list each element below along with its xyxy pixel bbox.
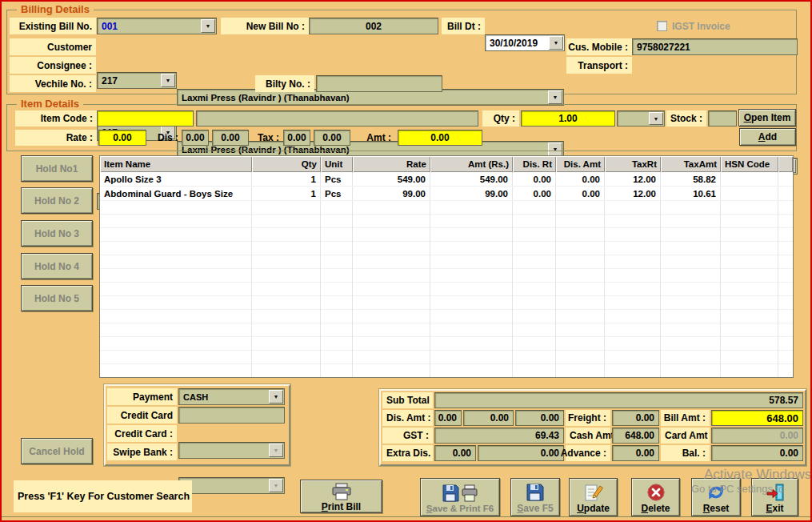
- items-table-header: Item Name Qty Unit Rate Amt (Rs.) Dis. R…: [100, 156, 793, 172]
- add-button[interactable]: Add: [739, 128, 796, 146]
- tax-rate-field[interactable]: 0.00: [283, 130, 310, 146]
- chevron-down-icon[interactable]: ▼: [549, 36, 563, 50]
- chevron-down-icon[interactable]: ▼: [269, 390, 283, 404]
- customer-name: Laxmi Press (Ravindr ) (Thanabhavan): [182, 93, 350, 102]
- qty-input[interactable]: 1.00: [521, 110, 615, 126]
- igst-invoice-label: IGST Invoice: [672, 18, 730, 34]
- tax-label: Tax :: [252, 130, 282, 146]
- chevron-down-icon[interactable]: ▼: [201, 19, 215, 33]
- balance-label: Bal. :: [661, 445, 710, 461]
- dis-amt-field-2[interactable]: 0.00: [463, 410, 514, 426]
- exit-button[interactable]: Exit: [751, 478, 798, 516]
- hold-no2-button[interactable]: Hold No 2: [21, 187, 93, 214]
- balance-field: 0.00: [711, 445, 803, 461]
- cash-amt-label: Cash Amt: [566, 428, 610, 444]
- item-details-title: Item Details: [17, 98, 83, 110]
- vehicle-label: Vechile No. :: [10, 75, 96, 92]
- col-amt: Amt (Rs.): [430, 156, 513, 172]
- billing-details-group: Billing Details Existing Bill No. 001 ▼ …: [6, 10, 797, 94]
- table-row[interactable]: Abdominal Guard - Boys Size 1 Pcs 99.00 …: [100, 187, 793, 201]
- dis-amt-field[interactable]: 0.00: [212, 130, 249, 146]
- item-name-field[interactable]: [196, 110, 478, 126]
- save-and-print-button[interactable]: Save & Print F6: [420, 478, 500, 516]
- customer-code-combo[interactable]: 217 ▼: [97, 72, 177, 89]
- credit-card-combo[interactable]: ▼: [178, 442, 285, 459]
- hold-no3-button[interactable]: Hold No 3: [21, 220, 93, 247]
- swipe-bank-combo[interactable]: ▼: [178, 477, 285, 494]
- print-bill-button[interactable]: Print Bill: [300, 480, 382, 513]
- col-qty: Qty: [252, 156, 321, 172]
- extra-dis-field-2[interactable]: 0.00: [478, 445, 564, 461]
- igst-invoice-checkbox[interactable]: [657, 21, 667, 31]
- advance-field[interactable]: 0.00: [612, 445, 659, 461]
- delete-button[interactable]: Delete: [631, 478, 680, 516]
- bill-amt-label: Bill Amt :: [661, 410, 710, 426]
- reset-button[interactable]: Reset: [691, 478, 741, 516]
- dis-amt-field-1[interactable]: 0.00: [434, 410, 462, 426]
- existing-bill-combo[interactable]: 001 ▼: [97, 18, 217, 34]
- existing-bill-value: 001: [102, 21, 118, 32]
- f1-hint-message: Press 'F1' Key For Customer Search: [14, 480, 192, 512]
- cancel-hold-button[interactable]: Cancel Hold: [21, 438, 93, 464]
- amt-input[interactable]: 0.00: [398, 130, 482, 146]
- qty-label: Qty :: [482, 110, 519, 126]
- floppy-icon: [526, 483, 545, 502]
- billing-window: Billing Details Existing Bill No. 001 ▼ …: [0, 0, 812, 522]
- item-details-group: Item Details Item Code : Qty : 1.00 ▼ St…: [6, 104, 797, 151]
- cash-amt-field[interactable]: 648.00: [612, 428, 659, 444]
- dis-amt-field-3[interactable]: 0.00: [515, 410, 564, 426]
- swipe-bank-label: Swipe Bank :: [107, 444, 177, 460]
- payment-mode-combo[interactable]: CASH ▼: [178, 388, 285, 405]
- item-code-input[interactable]: [97, 110, 194, 126]
- item-code-label: Item Code :: [15, 110, 97, 126]
- new-bill-field[interactable]: 002: [309, 18, 438, 34]
- bill-date-combo[interactable]: 30/10/2019 ▼: [485, 34, 565, 51]
- dis-amt-label: Dis. Amt :: [382, 410, 433, 426]
- chevron-down-icon[interactable]: ▼: [161, 74, 175, 87]
- freight-field[interactable]: 0.00: [612, 410, 659, 426]
- card-amt-field: 0.00: [711, 428, 803, 444]
- hold-no1-button[interactable]: Hold No1: [21, 155, 93, 182]
- gst-label: GST :: [382, 428, 433, 444]
- table-row[interactable]: Apollo Size 3 1 Pcs 549.00 549.00 0.00 0…: [100, 172, 793, 187]
- customer-label: Customer: [10, 38, 96, 55]
- gst-field: 69.43: [434, 428, 564, 444]
- col-dis-amt: Dis. Amt: [556, 156, 605, 172]
- hold-no4-button[interactable]: Hold No 4: [21, 253, 93, 279]
- bill-date-value: 30/10/2019: [490, 38, 538, 49]
- open-item-button[interactable]: Open Item: [738, 109, 796, 126]
- tax-amt-field[interactable]: 0.00: [314, 130, 350, 146]
- consignee-label: Consignee :: [10, 57, 96, 74]
- bilty-field[interactable]: [316, 75, 442, 92]
- cus-mobile-field[interactable]: 9758027221: [632, 38, 798, 55]
- refresh-arrows-icon: [706, 483, 726, 502]
- save-button[interactable]: Save F5: [510, 478, 560, 516]
- unit-combo[interactable]: ▼: [617, 110, 665, 126]
- printer-icon: [331, 483, 352, 500]
- chevron-down-icon[interactable]: ▼: [548, 90, 562, 104]
- col-tax-rt: TaxRt: [605, 156, 661, 172]
- stock-field[interactable]: [708, 110, 737, 126]
- credit-card-label: Credit Card: [107, 407, 177, 424]
- sub-total-field: 578.57: [434, 392, 803, 408]
- rate-input[interactable]: 0.00: [98, 130, 146, 146]
- dis-rate-field[interactable]: 0.00: [182, 130, 209, 146]
- new-bill-label: New Bill No :: [221, 18, 309, 34]
- bill-date-label: Bill Dt :: [442, 18, 485, 34]
- payment-label: Payment: [107, 388, 177, 405]
- customer-code: 217: [102, 75, 118, 86]
- col-dis-rt: Dis. Rt: [513, 156, 556, 172]
- col-hsn-code: HSN Code: [721, 156, 778, 172]
- credit-card-field[interactable]: [178, 407, 285, 424]
- hold-no5-button[interactable]: Hold No 5: [21, 285, 93, 311]
- update-button[interactable]: Update: [569, 478, 618, 516]
- extra-dis-label: Extra Dis.: [382, 445, 433, 461]
- bilty-label: Bilty No. :: [255, 75, 314, 92]
- chevron-down-icon[interactable]: ▼: [649, 112, 663, 125]
- rate-label: Rate :: [15, 130, 97, 146]
- credit-card2-label: Credit Card :: [107, 425, 177, 442]
- billing-details-title: Billing Details: [17, 3, 94, 15]
- cus-mobile-label: Cus. Mobile :: [566, 38, 632, 55]
- col-tax-amt: TaxAmt: [661, 156, 721, 172]
- extra-dis-field-1[interactable]: 0.00: [434, 445, 476, 461]
